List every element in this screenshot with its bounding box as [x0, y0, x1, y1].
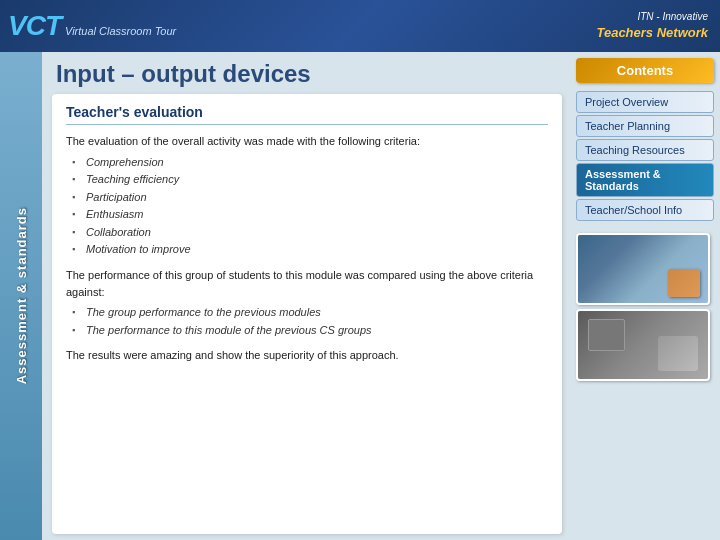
- nav-item-teaching-resources[interactable]: Teaching Resources: [576, 139, 714, 161]
- eval-body: The evaluation of the overall activity w…: [66, 133, 548, 364]
- thumb-image-2: [578, 311, 708, 379]
- vct-text: VCT: [8, 10, 61, 42]
- right-sidebar: Contents Project OverviewTeacher Plannin…: [572, 52, 720, 540]
- page-title: Input – output devices: [52, 60, 562, 88]
- criteria-item: Motivation to improve: [86, 241, 548, 259]
- itn-logo: ITN - Innovative Teachers Network: [596, 10, 708, 42]
- criteria-list: ComprehensionTeaching efficiencyParticip…: [86, 154, 548, 260]
- vct-logo: VCT Virtual Classroom Tour: [8, 10, 176, 42]
- thumb-container: [576, 233, 714, 381]
- criteria-item: Enthusiasm: [86, 206, 548, 224]
- itn-line1: ITN - Innovative: [596, 10, 708, 24]
- thumb-image-1: [578, 235, 708, 303]
- results-text: The results were amazing and show the su…: [66, 347, 548, 364]
- nav-item-teacher-school-info[interactable]: Teacher/School Info: [576, 199, 714, 221]
- header: VCT Virtual Classroom Tour ITN - Innovat…: [0, 0, 720, 52]
- header-left: VCT Virtual Classroom Tour: [8, 10, 176, 42]
- section-title: Teacher's evaluation: [66, 104, 548, 125]
- performance-item: The group performance to the previous mo…: [86, 304, 548, 322]
- thumbnail-1: [576, 233, 710, 305]
- performance-list: The group performance to the previous mo…: [86, 304, 548, 339]
- itn-bold: Teachers Network: [596, 24, 708, 42]
- criteria-item: Teaching efficiency: [86, 171, 548, 189]
- left-sidebar: Assessment & standards: [0, 52, 42, 540]
- content-panel: Teacher's evaluation The evaluation of t…: [52, 94, 562, 534]
- header-right: ITN - Innovative Teachers Network: [596, 10, 708, 42]
- nav-item-assessment-standards[interactable]: Assessment & Standards: [576, 163, 714, 197]
- criteria-item: Participation: [86, 189, 548, 207]
- sidebar-vertical-label: Assessment & standards: [14, 207, 29, 384]
- performance-item: The performance to this module of the pr…: [86, 322, 548, 340]
- contents-button[interactable]: Contents: [576, 58, 714, 83]
- main-area: Assessment & standards Input – output de…: [0, 52, 720, 540]
- vct-subtitle: Virtual Classroom Tour: [65, 25, 176, 37]
- intro-text: The evaluation of the overall activity w…: [66, 133, 548, 150]
- nav-item-teacher-planning[interactable]: Teacher Planning: [576, 115, 714, 137]
- content-area: Input – output devices Teacher's evaluat…: [42, 52, 572, 540]
- performance-intro: The performance of this group of student…: [66, 267, 548, 300]
- nav-item-project-overview[interactable]: Project Overview: [576, 91, 714, 113]
- criteria-item: Comprehension: [86, 154, 548, 172]
- nav-menu: Project OverviewTeacher PlanningTeaching…: [576, 91, 714, 221]
- thumbnail-2: [576, 309, 710, 381]
- criteria-item: Collaboration: [86, 224, 548, 242]
